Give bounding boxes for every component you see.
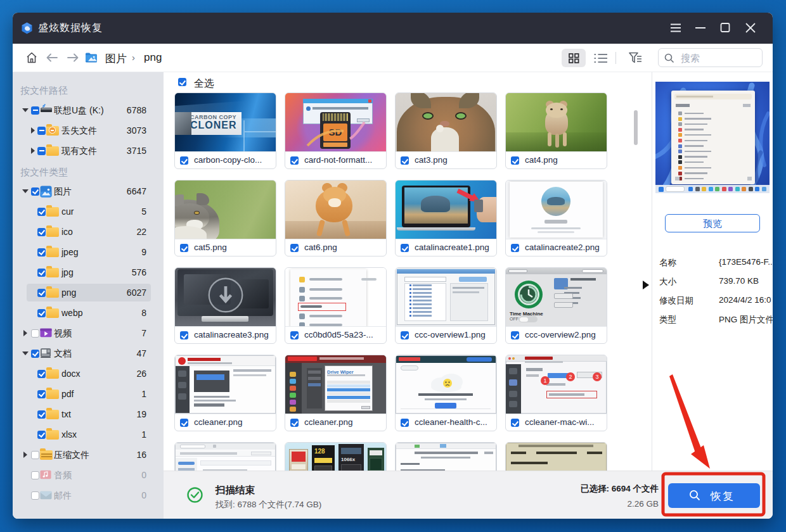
svg-text:1: 1 <box>543 377 546 384</box>
svg-text:2: 2 <box>569 374 572 380</box>
svg-text:3: 3 <box>595 374 598 380</box>
